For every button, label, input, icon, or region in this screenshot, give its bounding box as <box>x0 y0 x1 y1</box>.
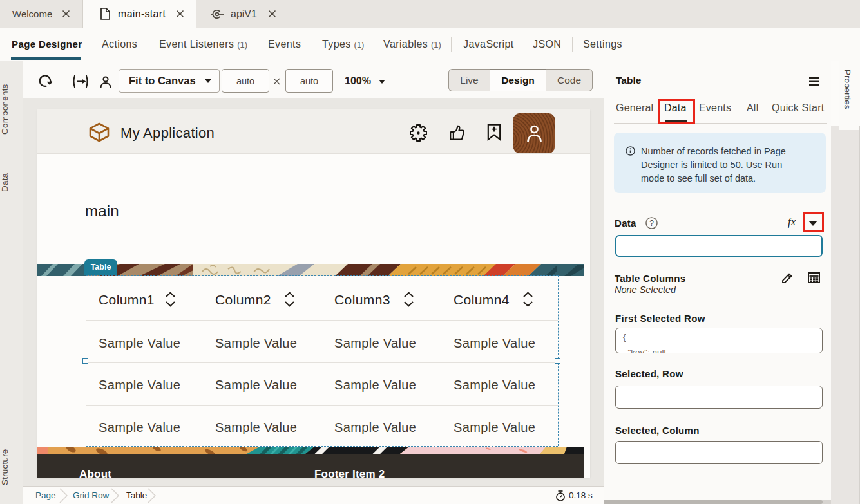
svg-text:?: ? <box>649 219 654 228</box>
